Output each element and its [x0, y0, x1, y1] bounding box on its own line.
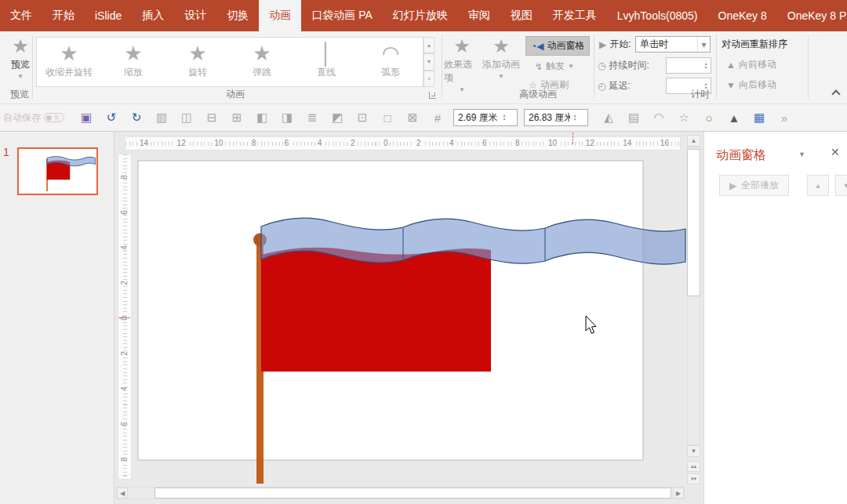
preview-group-label: 预览 [0, 88, 67, 101]
scroll-down-button[interactable]: ▼ [687, 445, 700, 457]
scroll-up-button[interactable]: ▲ [687, 135, 700, 147]
scroll-right-button[interactable]: ▶ [673, 488, 684, 499]
menu-bar: 文件开始iSlide插入设计切换动画口袋动画 PA幻灯片放映审阅视图开发工具Lv… [0, 0, 847, 31]
flip-icon[interactable]: ◭ [598, 111, 619, 125]
scroll-thumb[interactable] [687, 149, 700, 296]
delay-row: ◴ 延迟: [598, 79, 631, 92]
duration-spinner[interactable]: ▴▾ [666, 57, 711, 74]
menu-tab[interactable]: 动画 [259, 0, 301, 31]
spinner-arrows-icon[interactable]: ▴▾ [570, 114, 580, 121]
spin-animation[interactable]: ★ 旋转 [165, 38, 230, 86]
menu-tab[interactable]: 幻灯片放映 [383, 0, 458, 31]
effect-options-star-icon: ★ [453, 36, 471, 56]
menu-tab[interactable]: OneKey 8 [708, 0, 777, 31]
gallery-expand[interactable]: ≡ [424, 71, 434, 87]
play-icon: ▶ [599, 39, 606, 50]
bounce-animation[interactable]: ★ 弹跳 [230, 38, 294, 86]
menu-tab[interactable]: 开始 [42, 0, 85, 31]
line-path-animation[interactable]: │ 直线 [294, 38, 358, 86]
snap-grid-icon[interactable]: # [427, 111, 448, 125]
format-painter-icon[interactable]: ▥ [151, 111, 172, 125]
save-icon[interactable]: ▣ [76, 111, 96, 125]
play-all-button[interactable]: ▶ 全部播放 [719, 175, 789, 196]
clock-delay-icon: ◴ [598, 81, 605, 92]
reorder-title: 对动画重新排序 [722, 38, 787, 51]
menu-tab[interactable]: 口袋动画 PA [301, 0, 383, 31]
preview-button[interactable]: ★ 预览 ▼ [5, 36, 36, 80]
align-objects-icon[interactable]: ≣ [302, 111, 322, 125]
shape-outline-icon[interactable]: ◠ [649, 111, 669, 125]
gallery-scroll-down[interactable]: ▼ [424, 53, 434, 70]
red-flag-shape[interactable] [261, 248, 491, 372]
spinner-arrows-icon[interactable]: ▴▾ [701, 58, 711, 73]
menu-tab[interactable]: 设计 [174, 0, 216, 31]
menu-tab[interactable]: 插入 [132, 0, 174, 31]
arc-path-animation[interactable]: ◠ 弧形 [358, 38, 423, 86]
group-shapes-icon[interactable]: ⊡ [352, 111, 373, 125]
scroll-left-button[interactable]: ◀ [117, 488, 128, 499]
add-animation-button[interactable]: ★ 添加动画 ▼ [482, 36, 521, 80]
send-backward-icon[interactable]: ◩ [327, 111, 347, 125]
move-earlier-button[interactable]: ▲ 向前移动 [726, 58, 776, 71]
effect-options-button[interactable]: ★ 效果选项 ▼ [444, 36, 480, 93]
menu-tab[interactable]: iSlide [85, 0, 132, 31]
gallery-scroll-up[interactable]: ▲ [424, 37, 434, 53]
redo-icon[interactable]: ↻ [126, 111, 147, 125]
previous-slide-button[interactable]: ▴▴ [687, 461, 700, 472]
trigger-button[interactable]: ↯ 触发 ▼ [535, 60, 574, 73]
close-pane-icon[interactable]: ✕ [831, 146, 840, 158]
next-slide-button[interactable]: ▾▾ [687, 473, 700, 484]
autosave-toggle[interactable]: 自动保存 关 [3, 111, 64, 125]
regroup-shapes-icon[interactable]: ⊠ [402, 111, 423, 125]
menu-tab[interactable]: OneKey 8 Plus [777, 0, 847, 31]
align-right-icon[interactable]: ◨ [277, 111, 297, 125]
collapse-ribbon-icon[interactable] [831, 89, 840, 98]
add-animation-star-icon: ★ [493, 36, 510, 56]
insert-picture-icon[interactable]: ▦ [749, 111, 769, 125]
zoom-animation[interactable]: ★ 缩放 [101, 38, 165, 86]
chevron-down-icon: ▼ [17, 73, 24, 80]
ungroup-shapes-icon[interactable]: □ [377, 111, 398, 125]
menu-tab[interactable]: 开发工具 [543, 0, 607, 31]
shape-width-field[interactable]: ▴▾ [524, 109, 588, 126]
slide-thumbnail[interactable] [17, 147, 98, 195]
slide-canvas [115, 132, 703, 504]
effects-star-icon[interactable]: ☆ [674, 111, 694, 125]
align-left-icon[interactable]: ◧ [252, 111, 272, 125]
animation-icon: ★ [188, 41, 206, 66]
shape-height-field[interactable]: ▴▾ [453, 109, 518, 126]
slide-thumbnail-panel: 1 [0, 132, 115, 504]
up-triangle-icon: ▲ [726, 60, 736, 71]
vertical-scrollbar: ▲ ▼ [687, 135, 700, 486]
shape-height-input[interactable] [454, 112, 500, 123]
menu-tab[interactable]: LvyhTools(0805) [607, 0, 708, 31]
selection-pane-icon[interactable]: ▤ [623, 111, 644, 125]
start-combo[interactable]: 单击时 ▾ [635, 36, 711, 53]
shape-width-input[interactable] [525, 112, 570, 123]
spinner-arrows-icon[interactable]: ▴▾ [500, 114, 509, 121]
oval-shape-icon[interactable]: ○ [699, 111, 719, 125]
pane-menu-caret-icon[interactable]: ▼ [798, 150, 805, 158]
align-center-icon[interactable]: ⊟ [202, 111, 222, 125]
gallery-scroll: ▲ ▼ ≡ [424, 37, 434, 87]
more-commands-icon[interactable]: » [774, 111, 794, 125]
menu-tab[interactable]: 文件 [0, 0, 42, 31]
toggle-off-icon: 关 [44, 113, 64, 122]
quick-access-toolbar: 自动保存 关 ▣↺↻▥◫⊟⊞◧◨≣◩⊡□⊠# ▴▾ ▴▾ ◭▤◠☆○▲▦» [0, 104, 847, 132]
animation-pane-button[interactable]: ◔◀ 动画窗格 [525, 36, 590, 56]
distribute-horizontal-icon[interactable]: ◫ [176, 111, 197, 125]
undo-icon[interactable]: ↺ [101, 111, 122, 125]
menu-tab[interactable]: 审阅 [458, 0, 500, 31]
pane-move-down-button[interactable]: ▼ [835, 175, 847, 196]
timing-group-label: 计时 [653, 88, 747, 101]
scroll-thumb[interactable] [154, 488, 671, 499]
dialog-launcher-icon[interactable] [429, 92, 436, 99]
align-middle-icon[interactable]: ⊞ [227, 111, 247, 125]
play-icon: ▶ [729, 180, 736, 191]
menu-tab[interactable]: 切换 [216, 0, 259, 31]
menu-tab[interactable]: 视图 [500, 0, 543, 31]
picture-icon[interactable]: ▲ [724, 111, 744, 125]
pane-move-up-button[interactable]: ▲ [807, 175, 829, 196]
slide-number: 1 [3, 146, 9, 158]
shrink-turn-animation[interactable]: ★ 收缩并旋转 [37, 38, 101, 86]
